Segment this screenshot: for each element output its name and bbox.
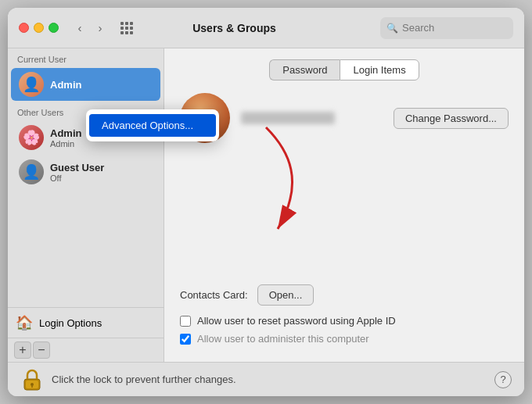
login-options-item[interactable]: 🏠 Login Options [8, 308, 164, 338]
user-name-admin-current: Admin [50, 79, 81, 91]
search-bar[interactable]: 🔍 [380, 17, 513, 39]
user-role-admin-other: Admin [50, 139, 81, 148]
avatar-admin-current: 👤 [19, 72, 44, 97]
lock-text: Click the lock to prevent further change… [52, 374, 487, 385]
open-button[interactable]: Open... [257, 284, 315, 306]
window-title: Users & Groups [95, 22, 374, 34]
red-arrow [219, 120, 313, 245]
sidebar-item-admin-current[interactable]: 👤 Admin [11, 68, 160, 101]
right-panel: Password Login Items Change Password... [164, 48, 524, 362]
change-password-button[interactable]: Change Password... [394, 108, 509, 129]
avatar-admin-other: 🌸 [19, 125, 44, 150]
add-user-button[interactable]: + [14, 341, 31, 359]
house-icon: 🏠 [16, 314, 33, 331]
titlebar: ‹ › Users & Groups 🔍 [8, 8, 524, 48]
contacts-card-label: Contacts Card: [180, 289, 248, 301]
help-button[interactable]: ? [494, 371, 512, 388]
user-info-admin-other: Admin Admin [50, 127, 81, 148]
tab-login-items[interactable]: Login Items [340, 59, 419, 80]
contacts-section: Contacts Card: Open... [180, 284, 509, 306]
back-button[interactable]: ‹ [71, 20, 88, 37]
user-name-admin-other: Admin [50, 127, 81, 139]
search-icon: 🔍 [386, 23, 398, 34]
close-button[interactable] [19, 23, 29, 33]
tab-password[interactable]: Password [269, 59, 340, 80]
reset-password-label: Allow user to reset password using Apple… [197, 315, 396, 327]
sidebar-bottom: 🏠 Login Options + − [8, 307, 164, 362]
administer-row: Allow user to administer this computer [180, 333, 509, 345]
traffic-lights [19, 23, 59, 33]
main-content: Current User 👤 Admin Advanced Options...… [8, 48, 524, 362]
minimize-button[interactable] [34, 23, 44, 33]
administer-label: Allow user to administer this computer [197, 333, 369, 345]
lock-icon[interactable] [20, 368, 44, 391]
reset-password-row: Allow user to reset password using Apple… [180, 315, 509, 327]
reset-password-checkbox[interactable] [180, 316, 191, 327]
arrow-area [180, 159, 509, 284]
current-user-label: Current User [8, 48, 164, 67]
maximize-button[interactable] [49, 23, 59, 33]
svg-point-3 [31, 383, 34, 386]
sidebar-item-guest[interactable]: 👤 Guest User Off [11, 156, 160, 188]
remove-user-button[interactable]: − [33, 341, 50, 359]
lock-svg [22, 368, 42, 391]
user-info-guest: Guest User Off [50, 162, 104, 183]
user-info-admin-current: Admin [50, 79, 81, 91]
user-name-guest: Guest User [50, 162, 104, 173]
context-menu-advanced-options[interactable]: Advanced Options... [89, 114, 216, 137]
administer-checkbox[interactable] [180, 334, 191, 345]
user-role-guest: Off [50, 173, 104, 183]
bottom-bar: Click the lock to prevent further change… [8, 362, 524, 396]
tab-bar: Password Login Items [269, 59, 419, 80]
search-input[interactable] [402, 22, 507, 34]
main-window: ‹ › Users & Groups 🔍 Current User 👤 [8, 8, 524, 396]
sidebar: Current User 👤 Admin Advanced Options...… [8, 48, 164, 362]
avatar-guest: 👤 [19, 159, 44, 184]
login-options-label: Login Options [39, 317, 102, 329]
sidebar-controls: + − [8, 338, 164, 362]
context-menu: Advanced Options... [86, 109, 219, 141]
